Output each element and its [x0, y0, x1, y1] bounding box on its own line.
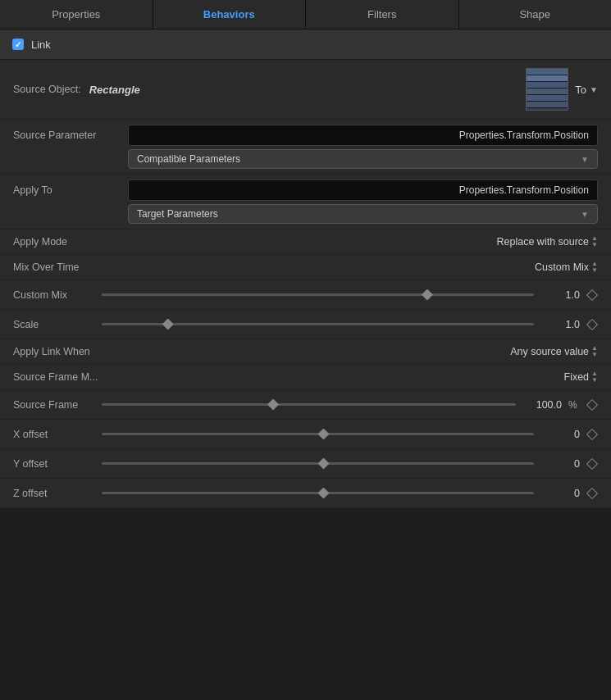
source-thumbnail[interactable]	[526, 68, 568, 111]
source-object-row: Source Object: Rectangle To ▼	[0, 60, 611, 120]
source-frame-unit: %	[568, 399, 580, 411]
tab-shape[interactable]: Shape	[459, 0, 612, 29]
scale-keyframe-button[interactable]	[586, 319, 598, 330]
tab-filters[interactable]: Filters	[306, 0, 459, 29]
tab-bar: Properties Behaviors Filters Shape	[0, 0, 611, 30]
scale-label: Scale	[13, 319, 95, 330]
y-offset-row: Y offset 0	[0, 449, 611, 479]
tab-properties[interactable]: Properties	[0, 0, 153, 29]
to-chevron-icon: ▼	[590, 85, 598, 94]
x-offset-track	[102, 433, 534, 435]
x-offset-row: X offset 0	[0, 420, 611, 449]
z-offset-label: Z offset	[13, 488, 95, 499]
thumbnail-container: To ▼	[526, 68, 598, 111]
source-frame-mode-row: Source Frame M... Fixed ▲ ▼	[0, 365, 611, 390]
source-frame-mode-arrows[interactable]: ▲ ▼	[591, 370, 598, 384]
y-offset-value: 0	[547, 458, 580, 470]
custom-mix-slider[interactable]	[102, 293, 534, 296]
apply-link-when-value: Any source value ▲ ▼	[128, 345, 598, 358]
source-frame-slider[interactable]	[102, 403, 516, 406]
source-frame-mode-stepper[interactable]: Fixed ▲ ▼	[564, 370, 599, 384]
source-frame-mode-value: Fixed ▲ ▼	[128, 370, 598, 384]
scale-row: Scale 1.0	[0, 310, 611, 339]
source-frame-thumb[interactable]	[267, 399, 279, 411]
mix-over-time-label: Mix Over Time	[13, 261, 128, 273]
target-params-chevron-icon: ▼	[581, 210, 589, 219]
apply-link-when-label: Apply Link When	[13, 346, 128, 357]
x-offset-keyframe-button[interactable]	[586, 429, 598, 440]
apply-link-when-row: Apply Link When Any source value ▲ ▼	[0, 339, 611, 365]
mix-over-time-stepper[interactable]: Custom Mix ▲ ▼	[535, 261, 598, 274]
x-offset-thumb[interactable]	[318, 429, 330, 440]
custom-mix-track	[102, 293, 534, 296]
y-offset-thumb[interactable]	[318, 458, 330, 470]
source-frame-mode-label: Source Frame M...	[13, 371, 128, 383]
section-title: Link	[31, 39, 51, 51]
y-offset-track	[102, 462, 534, 465]
source-frame-row: Source Frame 100.0 %	[0, 390, 611, 420]
mix-over-time-arrows[interactable]: ▲ ▼	[591, 261, 598, 274]
source-frame-label: Source Frame	[13, 399, 95, 411]
source-frame-keyframe-button[interactable]	[586, 399, 598, 411]
source-parameter-block: Source Parameter Properties.Transform.Po…	[0, 120, 611, 175]
to-button[interactable]: To ▼	[575, 84, 598, 96]
diamond-icon	[586, 398, 598, 410]
source-object-label: Source Object:	[13, 84, 81, 95]
apply-to-field[interactable]: Properties.Transform.Position	[128, 180, 598, 201]
custom-mix-thumb[interactable]	[422, 289, 433, 301]
apply-mode-row: Apply Mode Replace with source ▲ ▼	[0, 230, 611, 255]
checkbox-checked-icon	[12, 39, 24, 50]
apply-to-block: Apply To Properties.Transform.Position T…	[0, 175, 611, 230]
y-offset-label: Y offset	[13, 458, 95, 470]
apply-link-when-stepper[interactable]: Any source value ▲ ▼	[510, 345, 598, 358]
z-offset-slider[interactable]	[102, 492, 534, 494]
apply-mode-label: Apply Mode	[13, 236, 128, 248]
z-offset-row: Z offset 0	[0, 479, 611, 508]
target-parameters-dropdown[interactable]: Target Parameters ▼	[128, 204, 598, 224]
apply-link-when-arrows[interactable]: ▲ ▼	[591, 345, 598, 358]
compatible-parameters-dropdown[interactable]: Compatible Parameters ▼	[128, 149, 598, 169]
diamond-icon	[586, 457, 598, 469]
tab-behaviors[interactable]: Behaviors	[153, 0, 307, 29]
y-offset-keyframe-button[interactable]	[586, 458, 598, 470]
section-header: Link	[0, 30, 611, 60]
source-object-value: Rectangle	[89, 84, 140, 96]
y-offset-slider[interactable]	[102, 462, 534, 465]
x-offset-slider[interactable]	[102, 433, 534, 435]
custom-mix-row: Custom Mix 1.0	[0, 280, 611, 310]
apply-to-label: Apply To	[13, 180, 120, 196]
source-frame-value: 100.0	[529, 399, 562, 411]
scale-value: 1.0	[547, 319, 580, 330]
z-offset-value: 0	[547, 488, 580, 499]
x-offset-label: X offset	[13, 429, 95, 440]
mix-over-time-row: Mix Over Time Custom Mix ▲ ▼	[0, 255, 611, 280]
scale-thumb[interactable]	[162, 319, 174, 330]
source-parameter-field[interactable]: Properties.Transform.Position	[128, 125, 598, 146]
apply-mode-arrows[interactable]: ▲ ▼	[591, 235, 598, 248]
behaviors-panel: Link Source Object: Rectangle To ▼ So	[0, 30, 611, 508]
z-offset-keyframe-button[interactable]	[586, 488, 598, 499]
source-frame-track	[102, 403, 516, 406]
z-offset-thumb[interactable]	[318, 488, 330, 499]
diamond-icon	[586, 289, 598, 300]
scale-track	[102, 323, 534, 325]
apply-mode-value: Replace with source ▲ ▼	[128, 235, 598, 248]
diamond-icon	[586, 318, 598, 330]
x-offset-value: 0	[547, 429, 580, 440]
custom-mix-value: 1.0	[547, 289, 580, 301]
scale-slider[interactable]	[102, 323, 534, 325]
apply-mode-stepper[interactable]: Replace with source ▲ ▼	[497, 235, 598, 248]
source-parameter-label: Source Parameter	[13, 125, 120, 141]
compatible-params-chevron-icon: ▼	[581, 155, 589, 164]
z-offset-track	[102, 492, 534, 494]
custom-mix-keyframe-button[interactable]	[586, 289, 598, 301]
diamond-icon	[586, 487, 598, 498]
mix-over-time-value: Custom Mix ▲ ▼	[128, 261, 598, 274]
custom-mix-label: Custom Mix	[13, 289, 95, 301]
diamond-icon	[586, 428, 598, 439]
link-checkbox[interactable]	[11, 38, 25, 51]
